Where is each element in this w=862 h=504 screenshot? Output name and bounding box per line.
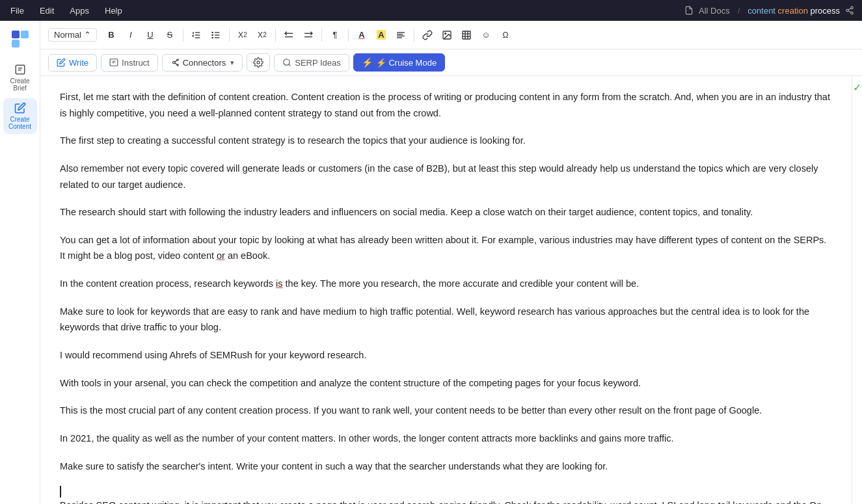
toolbar-sep-2 (229, 29, 230, 42)
paragraph-12: Make sure to satisfy the searcher's inte… (60, 458, 832, 475)
logo-svg (10, 29, 30, 49)
svg-point-2 (851, 12, 854, 14)
editor-row: First, let me start with the definition … (40, 76, 862, 504)
toolbar-sep-3 (275, 29, 276, 42)
write-button[interactable]: Write (48, 54, 97, 72)
style-select-value: Normal (54, 30, 81, 40)
connectors-button[interactable]: Connectors ▾ (162, 54, 243, 72)
cruise-lightning-icon: ⚡ (362, 57, 373, 68)
breadcrumb-sep: / (738, 6, 740, 16)
left-sidebar: Create Brief Create Content (0, 21, 40, 504)
paragraph-2: The first step to creating a successful … (60, 133, 832, 149)
highlight-button[interactable]: A (372, 26, 390, 44)
brief-icon (14, 64, 26, 75)
serp-icon (282, 58, 291, 67)
image-button[interactable] (438, 26, 456, 44)
bold-button[interactable]: B (102, 26, 120, 44)
paragraph-1: First, let me start with the definition … (60, 89, 832, 121)
indent-right-button[interactable] (299, 26, 317, 44)
italic-button[interactable]: I (122, 26, 140, 44)
toolbar-sep-4 (321, 29, 322, 42)
underlined-and-1: and (679, 500, 694, 504)
editor-wrapper[interactable]: First, let me start with the definition … (40, 76, 852, 504)
svg-point-39 (177, 59, 178, 60)
svg-line-4 (848, 8, 851, 10)
superscript-button[interactable]: X2 (253, 26, 271, 44)
connectors-dropdown-arrow: ▾ (230, 59, 234, 67)
svg-line-41 (175, 60, 177, 62)
table-button[interactable] (457, 26, 476, 44)
menu-apps[interactable]: Apps (67, 6, 92, 16)
instruct-icon (109, 58, 118, 67)
cruise-mode-button[interactable]: ⚡ ⚡ Cruise Mode (353, 53, 445, 72)
indent-left-button[interactable] (280, 26, 298, 44)
style-select-arrow: ⌃ (84, 30, 91, 40)
content-icon (14, 102, 26, 114)
paragraph-11: In 2021, the quality as well as the numb… (60, 431, 832, 447)
special-chars-button[interactable]: Ω (496, 26, 515, 44)
serp-label: SERP Ideas (295, 58, 341, 68)
svg-line-45 (289, 64, 291, 66)
svg-point-43 (257, 61, 260, 64)
breadcrumb-current: content creation process (748, 6, 840, 16)
menu-file[interactable]: File (8, 6, 27, 16)
svg-point-17 (212, 32, 213, 33)
paragraph-13: Besides SEO content writing, it is impor… (60, 497, 832, 504)
svg-rect-6 (21, 31, 29, 38)
write-icon (57, 58, 66, 67)
svg-point-40 (177, 64, 178, 66)
paragraph-6: In the content creation process, researc… (60, 276, 832, 292)
app-container: Create Brief Create Content Normal ⌃ B I… (0, 21, 862, 504)
align-button[interactable] (392, 26, 410, 44)
svg-rect-5 (12, 31, 20, 38)
breadcrumb: All Docs / content creation process (684, 6, 854, 16)
underlined-is: is (276, 278, 282, 289)
underlined-or: or (217, 250, 225, 261)
settings-button[interactable] (247, 53, 270, 72)
underline-button[interactable]: U (141, 26, 159, 44)
paragraph-dir-button[interactable]: ¶ (326, 26, 344, 44)
text-cursor (60, 486, 61, 497)
svg-point-19 (212, 37, 213, 38)
menu-help[interactable]: Help (102, 6, 125, 16)
svg-rect-30 (463, 31, 470, 39)
share-icon[interactable] (845, 6, 854, 15)
paragraph-4: The research should start with following… (60, 204, 832, 220)
svg-rect-7 (12, 40, 20, 47)
serp-ideas-button[interactable]: SERP Ideas (274, 54, 349, 72)
svg-point-29 (445, 33, 446, 34)
doc-icon (684, 6, 694, 15)
editor-content[interactable]: First, let me start with the definition … (60, 89, 832, 504)
sidebar-item-create-content[interactable]: Create Content (3, 98, 37, 134)
svg-point-0 (851, 7, 854, 8)
style-select[interactable]: Normal ⌃ (48, 28, 97, 42)
unordered-list-button[interactable] (207, 26, 225, 44)
sidebar-label-content: Create Content (6, 116, 34, 130)
connectors-label: Connectors (183, 58, 226, 68)
svg-point-1 (846, 9, 849, 12)
sidebar-item-create-brief[interactable]: Create Brief (3, 60, 37, 96)
paragraph-5: You can get a lot of information about y… (60, 232, 832, 264)
cruise-label: ⚡ Cruise Mode (376, 58, 437, 68)
toolbar-sep-6 (414, 29, 414, 42)
toolbar-sep-5 (348, 29, 349, 42)
menu-edit[interactable]: Edit (37, 6, 57, 16)
paragraph-9: With tools in your arsenal, you can chec… (60, 375, 832, 391)
svg-point-18 (212, 34, 213, 35)
svg-point-44 (284, 59, 290, 65)
settings-icon (253, 57, 263, 68)
connectors-icon (170, 58, 180, 67)
emoji-button[interactable]: ☺ (477, 26, 495, 44)
font-color-button[interactable]: A (353, 26, 371, 44)
document-saved-icon: ✓ (853, 81, 861, 94)
ordered-list-button[interactable] (187, 26, 206, 44)
subscript-button[interactable]: X2 (234, 26, 252, 44)
link-button[interactable] (418, 26, 437, 44)
strikethrough-button[interactable]: S (161, 26, 179, 44)
format-toolbar: Normal ⌃ B I U S X2 X2 (40, 21, 862, 49)
instruct-button[interactable]: Instruct (101, 54, 158, 72)
main-editor-area: Normal ⌃ B I U S X2 X2 (40, 21, 862, 504)
app-logo[interactable] (8, 27, 32, 51)
right-sidebar: ✓ (852, 76, 862, 504)
breadcrumb-all-docs[interactable]: All Docs (699, 6, 730, 16)
